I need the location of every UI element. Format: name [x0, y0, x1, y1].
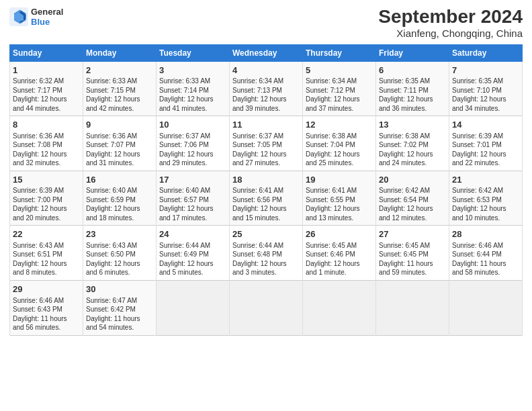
sunrise-label: Sunrise: 6:36 AM: [86, 132, 137, 140]
calendar-cell: 27 Sunrise: 6:45 AM Sunset: 6:45 PM Dayl…: [376, 226, 449, 281]
sunset-label: Sunset: 6:55 PM: [306, 196, 355, 203]
calendar-cell: [449, 280, 523, 335]
day-number: 14: [452, 119, 519, 131]
calendar-cell: 7 Sunrise: 6:35 AM Sunset: 7:10 PM Dayli…: [449, 61, 523, 116]
calendar-cell: 24 Sunrise: 6:44 AM Sunset: 6:49 PM Dayl…: [157, 226, 230, 281]
sunrise-label: Sunrise: 6:47 AM: [86, 297, 137, 304]
day-number: 7: [452, 64, 519, 77]
daylight-label: Daylight: 12 hours and 5 minutes.: [159, 260, 214, 277]
calendar-cell: 30 Sunrise: 6:47 AM Sunset: 6:42 PM Dayl…: [83, 280, 157, 335]
sunset-label: Sunset: 6:42 PM: [86, 306, 136, 313]
calendar-cell: 25 Sunrise: 6:44 AM Sunset: 6:48 PM Dayl…: [230, 226, 303, 281]
daylight-label: Daylight: 12 hours and 41 minutes.: [159, 95, 214, 112]
sunrise-label: Sunrise: 6:42 AM: [379, 187, 430, 194]
day-number: 3: [159, 64, 226, 77]
sunrise-label: Sunrise: 6:42 AM: [452, 187, 503, 194]
logo-text: General Blue: [31, 7, 63, 27]
sunrise-label: Sunrise: 6:44 AM: [232, 242, 283, 249]
sunset-label: Sunset: 7:07 PM: [86, 141, 136, 148]
sunrise-label: Sunrise: 6:34 AM: [306, 77, 357, 85]
calendar-cell: 4 Sunrise: 6:34 AM Sunset: 7:13 PM Dayli…: [230, 61, 303, 116]
calendar-title: September 2024: [378, 7, 523, 28]
sunrise-label: Sunrise: 6:39 AM: [452, 132, 503, 140]
sunrise-label: Sunrise: 6:33 AM: [159, 77, 210, 85]
sunrise-label: Sunrise: 6:43 AM: [86, 242, 137, 249]
daylight-label: Daylight: 12 hours and 1 minute.: [306, 260, 360, 277]
col-monday: Monday: [83, 44, 157, 61]
day-number: 2: [86, 64, 153, 77]
col-tuesday: Tuesday: [157, 44, 230, 61]
calendar-cell: 6 Sunrise: 6:35 AM Sunset: 7:11 PM Dayli…: [376, 61, 449, 116]
sunset-label: Sunset: 7:11 PM: [379, 87, 429, 94]
sunset-label: Sunset: 7:14 PM: [159, 87, 209, 94]
table-row: 29 Sunrise: 6:46 AM Sunset: 6:43 PM Dayl…: [10, 280, 523, 335]
calendar-cell: 3 Sunrise: 6:33 AM Sunset: 7:14 PM Dayli…: [157, 61, 230, 116]
calendar-cell: 14 Sunrise: 6:39 AM Sunset: 7:01 PM Dayl…: [449, 116, 523, 171]
calendar-cell: 12 Sunrise: 6:38 AM Sunset: 7:04 PM Dayl…: [303, 116, 376, 171]
daylight-label: Daylight: 12 hours and 29 minutes.: [159, 150, 214, 167]
calendar-cell: 1 Sunrise: 6:32 AM Sunset: 7:17 PM Dayli…: [10, 61, 83, 116]
sunrise-label: Sunrise: 6:37 AM: [159, 132, 210, 140]
day-number: 11: [232, 119, 300, 131]
calendar-cell: 28 Sunrise: 6:46 AM Sunset: 6:44 PM Dayl…: [449, 226, 523, 281]
sunrise-label: Sunrise: 6:41 AM: [306, 187, 357, 194]
sunset-label: Sunset: 6:51 PM: [13, 250, 62, 258]
daylight-label: Daylight: 12 hours and 22 minutes.: [452, 150, 506, 167]
day-number: 29: [13, 283, 80, 295]
calendar-cell: 15 Sunrise: 6:39 AM Sunset: 7:00 PM Dayl…: [10, 171, 83, 226]
sunrise-label: Sunrise: 6:35 AM: [379, 77, 430, 85]
calendar-cell: 18 Sunrise: 6:41 AM Sunset: 6:56 PM Dayl…: [230, 171, 303, 226]
calendar-subtitle: Xianfeng, Chongqing, China: [378, 28, 523, 39]
sunset-label: Sunset: 7:10 PM: [452, 87, 502, 94]
calendar-cell: 21 Sunrise: 6:42 AM Sunset: 6:53 PM Dayl…: [449, 171, 523, 226]
sunrise-label: Sunrise: 6:45 AM: [379, 242, 430, 249]
day-number: 25: [232, 228, 300, 240]
logo-icon: [9, 7, 28, 26]
daylight-label: Daylight: 11 hours and 59 minutes.: [379, 260, 433, 277]
calendar-cell: 9 Sunrise: 6:36 AM Sunset: 7:07 PM Dayli…: [83, 116, 157, 171]
table-row: 15 Sunrise: 6:39 AM Sunset: 7:00 PM Dayl…: [10, 171, 523, 226]
calendar-cell: 8 Sunrise: 6:36 AM Sunset: 7:08 PM Dayli…: [10, 116, 83, 171]
sunset-label: Sunset: 6:45 PM: [379, 250, 429, 258]
day-number: 18: [232, 174, 300, 186]
calendar-cell: 23 Sunrise: 6:43 AM Sunset: 6:50 PM Dayl…: [83, 226, 157, 281]
calendar-cell: 22 Sunrise: 6:43 AM Sunset: 6:51 PM Dayl…: [10, 226, 83, 281]
day-number: 9: [86, 119, 153, 131]
daylight-label: Daylight: 12 hours and 27 minutes.: [232, 150, 287, 167]
table-row: 22 Sunrise: 6:43 AM Sunset: 6:51 PM Dayl…: [10, 226, 523, 281]
calendar-cell: 2 Sunrise: 6:33 AM Sunset: 7:15 PM Dayli…: [83, 61, 157, 116]
sunset-label: Sunset: 6:56 PM: [232, 196, 282, 203]
sunset-label: Sunset: 7:01 PM: [452, 141, 502, 148]
sunset-label: Sunset: 7:04 PM: [306, 141, 355, 148]
logo: General Blue: [9, 7, 63, 27]
daylight-label: Daylight: 12 hours and 8 minutes.: [13, 260, 67, 277]
sunset-label: Sunset: 6:50 PM: [86, 250, 136, 258]
col-saturday: Saturday: [449, 44, 523, 61]
sunset-label: Sunset: 7:15 PM: [86, 87, 136, 94]
sunrise-label: Sunrise: 6:38 AM: [306, 132, 357, 140]
day-number: 1: [13, 64, 80, 77]
sunrise-label: Sunrise: 6:40 AM: [86, 187, 137, 194]
daylight-label: Daylight: 12 hours and 25 minutes.: [306, 150, 360, 167]
daylight-label: Daylight: 12 hours and 6 minutes.: [86, 260, 140, 277]
sunrise-label: Sunrise: 6:46 AM: [452, 242, 503, 249]
sunset-label: Sunset: 7:00 PM: [13, 196, 62, 203]
calendar-cell: [157, 280, 230, 335]
sunset-label: Sunset: 7:17 PM: [13, 87, 62, 94]
sunrise-label: Sunrise: 6:38 AM: [379, 132, 430, 140]
sunrise-label: Sunrise: 6:46 AM: [13, 297, 64, 304]
day-number: 13: [379, 119, 446, 131]
sunset-label: Sunset: 6:54 PM: [379, 196, 429, 203]
sunrise-label: Sunrise: 6:35 AM: [452, 77, 503, 85]
day-number: 10: [159, 119, 226, 131]
day-number: 27: [379, 228, 446, 240]
sunrise-label: Sunrise: 6:44 AM: [159, 242, 210, 249]
col-wednesday: Wednesday: [230, 44, 303, 61]
calendar-cell: 17 Sunrise: 6:40 AM Sunset: 6:57 PM Dayl…: [157, 171, 230, 226]
sunset-label: Sunset: 6:49 PM: [159, 250, 209, 258]
sunset-label: Sunset: 7:13 PM: [232, 87, 282, 94]
calendar-cell: 19 Sunrise: 6:41 AM Sunset: 6:55 PM Dayl…: [303, 171, 376, 226]
sunrise-label: Sunrise: 6:37 AM: [232, 132, 283, 140]
calendar-table: Sunday Monday Tuesday Wednesday Thursday…: [9, 44, 523, 336]
sunrise-label: Sunrise: 6:34 AM: [232, 77, 283, 85]
